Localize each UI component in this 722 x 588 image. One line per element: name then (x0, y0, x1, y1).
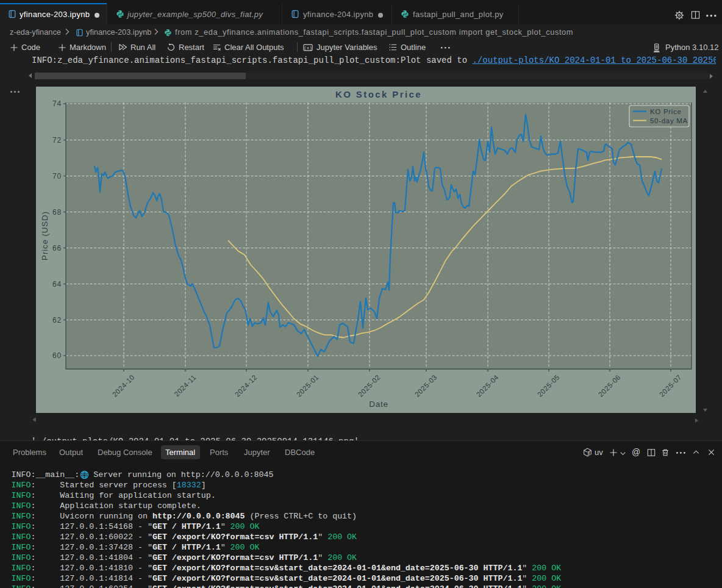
svg-text:$: $ (588, 451, 590, 456)
svg-text:62: 62 (52, 316, 62, 324)
svg-text:64: 64 (52, 280, 62, 289)
svg-text:Date: Date (369, 400, 388, 409)
svg-text:(x): (x) (304, 46, 312, 51)
svg-text:60: 60 (52, 351, 62, 360)
svg-text:50-day MA: 50-day MA (650, 117, 688, 124)
svg-text:68: 68 (52, 208, 62, 217)
svg-text:70: 70 (52, 172, 62, 181)
svg-text:Price (USD): Price (USD) (40, 211, 49, 260)
svg-text:74: 74 (52, 99, 62, 108)
svg-text:72: 72 (52, 136, 62, 145)
svg-text:66: 66 (52, 244, 62, 253)
svg-text:KO Price: KO Price (650, 108, 682, 115)
svg-text:KO Stock Price: KO Stock Price (335, 89, 422, 99)
